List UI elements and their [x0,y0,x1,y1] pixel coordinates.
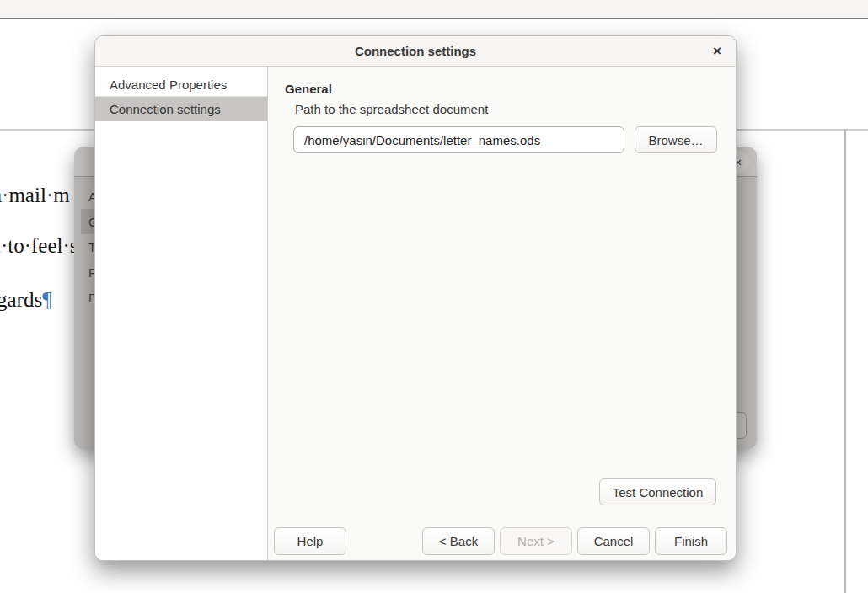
dialog-titlebar[interactable]: Connection settings × [95,36,736,67]
browse-button[interactable]: Browse… [635,126,717,153]
document-text-line: a·mail·m [0,184,70,207]
connection-settings-dialog: Connection settings × Advanced Propertie… [94,35,737,561]
help-button[interactable]: Help [274,527,346,555]
finish-button[interactable]: Finish [655,527,727,555]
document-text: gards [0,288,42,311]
sidebar-item-advanced-properties[interactable]: Advanced Properties [95,72,267,97]
document-text-line: gards¶ [0,288,51,312]
general-section-title: General [285,82,332,96]
path-input[interactable] [293,126,624,153]
next-button-disabled[interactable]: Next > [500,527,572,555]
back-button[interactable]: < Back [422,527,495,555]
toolbar-edge [0,0,868,19]
document-text-line: l·to·feel·s [0,234,78,258]
dialog-title: Connection settings [355,44,476,58]
document-frame-right-border [844,129,846,593]
cancel-button[interactable]: Cancel [577,527,650,555]
test-connection-button[interactable]: Test Connection [599,478,716,505]
close-icon[interactable]: × [705,40,729,63]
dialog-sidebar: Advanced Properties Connection settings [95,67,268,561]
pilcrow-mark: ¶ [42,288,51,311]
path-label: Path to the spreadsheet document [295,102,488,116]
sidebar-item-connection-settings[interactable]: Connection settings [95,97,267,121]
